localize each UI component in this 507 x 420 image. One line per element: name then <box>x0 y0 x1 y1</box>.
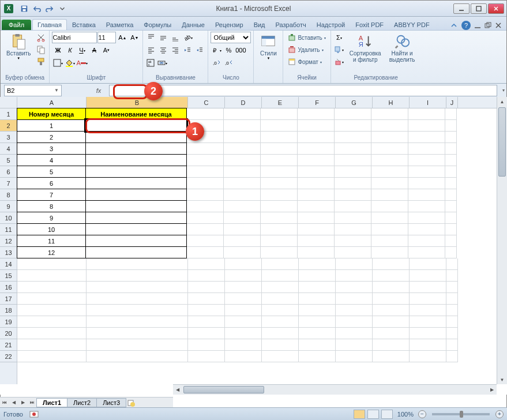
cell-E1[interactable] <box>261 108 298 120</box>
col-header-B[interactable]: B <box>87 97 188 108</box>
col-header-C[interactable]: C <box>188 97 225 108</box>
expand-formula-bar-icon[interactable]: ▾ <box>502 88 505 93</box>
cell-G19[interactable] <box>336 316 373 328</box>
sheet-tab-Лист1[interactable]: Лист1 <box>36 398 67 407</box>
scroll-right-icon[interactable]: ▶ <box>487 385 497 395</box>
cell-F15[interactable] <box>299 270 336 282</box>
cell-J3[interactable] <box>445 132 457 143</box>
row-header-14[interactable]: 14 <box>0 258 17 270</box>
increase-decimal-button[interactable]: ,0 <box>211 57 222 69</box>
sheet-next-icon[interactable]: ▶ <box>18 398 28 407</box>
cell-D2[interactable] <box>224 120 261 132</box>
mdi-minimize-icon[interactable] <box>474 22 481 29</box>
cell-D12[interactable] <box>224 235 261 247</box>
paste-button[interactable]: Вставить ▼ <box>3 32 34 61</box>
fill-color-button[interactable]: ▾ <box>64 57 76 69</box>
cell-E7[interactable] <box>261 178 298 189</box>
cell-D18[interactable] <box>225 305 262 316</box>
cell-A3[interactable]: 2 <box>17 131 86 143</box>
qat-customize-button[interactable] <box>57 3 67 14</box>
cell-D6[interactable] <box>224 166 261 178</box>
zoom-in-button[interactable]: + <box>495 410 504 418</box>
cell-J5[interactable] <box>445 155 457 166</box>
row-header-15[interactable]: 15 <box>0 270 17 282</box>
horizontal-scrollbar[interactable]: ◀ ▶ <box>173 384 497 395</box>
cell-G20[interactable] <box>336 328 373 339</box>
cell-H6[interactable] <box>371 166 408 178</box>
cell-D7[interactable] <box>224 178 261 189</box>
cell-J8[interactable] <box>445 189 457 201</box>
underline-button[interactable]: Ч▾ <box>76 44 88 56</box>
cell-H22[interactable] <box>373 351 410 362</box>
cell-B5[interactable] <box>85 154 187 166</box>
cell-B9[interactable] <box>85 200 187 212</box>
cell-I20[interactable] <box>410 328 446 339</box>
cell-F4[interactable] <box>298 143 335 155</box>
cell-B10[interactable] <box>85 212 187 224</box>
cell-F7[interactable] <box>298 178 335 189</box>
cell-C14[interactable] <box>188 258 225 270</box>
scroll-left-icon[interactable]: ◀ <box>173 385 182 395</box>
cell-D8[interactable] <box>224 189 261 201</box>
cell-E5[interactable] <box>261 155 298 166</box>
cell-I18[interactable] <box>410 305 446 316</box>
cell-C16[interactable] <box>188 282 225 293</box>
cell-B20[interactable] <box>87 328 188 339</box>
cell-F11[interactable] <box>298 224 335 235</box>
cell-A19[interactable] <box>17 316 87 328</box>
cell-G13[interactable] <box>335 247 371 258</box>
cell-J10[interactable] <box>445 212 457 224</box>
cell-G22[interactable] <box>336 351 373 362</box>
cell-C20[interactable] <box>188 328 225 339</box>
row-header-22[interactable]: 22 <box>0 351 17 362</box>
cell-E4[interactable] <box>261 143 298 155</box>
align-left-button[interactable] <box>145 44 157 56</box>
cell-J22[interactable] <box>446 351 458 362</box>
row-header-18[interactable]: 18 <box>0 305 17 316</box>
tab-foxit pdf[interactable]: Foxit PDF <box>350 19 389 30</box>
cell-I10[interactable] <box>408 212 445 224</box>
format-painter-button[interactable] <box>35 56 47 68</box>
indent-increase-button[interactable] <box>194 44 205 56</box>
cell-F9[interactable] <box>298 201 335 212</box>
col-header-E[interactable]: E <box>262 97 299 108</box>
cell-C12[interactable] <box>187 235 224 247</box>
cell-J6[interactable] <box>445 166 457 178</box>
tab-разработч[interactable]: Разработч <box>271 19 311 30</box>
cell-D13[interactable] <box>224 247 261 258</box>
cell-E18[interactable] <box>262 305 299 316</box>
cell-I9[interactable] <box>408 201 445 212</box>
cell-E11[interactable] <box>261 224 298 235</box>
cut-button[interactable] <box>35 32 47 43</box>
cell-F19[interactable] <box>299 316 336 328</box>
wrap-text-button[interactable]: abc <box>145 57 156 69</box>
tab-разметка[interactable]: Разметка <box>101 19 139 30</box>
cell-H8[interactable] <box>371 189 408 201</box>
row-header-16[interactable]: 16 <box>0 282 17 293</box>
cell-E20[interactable] <box>262 328 299 339</box>
cell-H1[interactable] <box>371 108 408 120</box>
zoom-level[interactable]: 100% <box>397 411 414 418</box>
cell-J20[interactable] <box>446 328 458 339</box>
cell-C10[interactable] <box>187 212 224 224</box>
cell-F20[interactable] <box>299 328 336 339</box>
cell-H13[interactable] <box>371 247 408 258</box>
cell-G16[interactable] <box>336 282 373 293</box>
chevron-down-icon[interactable]: ▼ <box>54 88 59 93</box>
row-header-17[interactable]: 17 <box>0 293 17 305</box>
cell-I19[interactable] <box>410 316 446 328</box>
col-header-G[interactable]: G <box>336 97 373 108</box>
align-top-button[interactable] <box>145 32 157 43</box>
cell-A1[interactable]: Номер месяца <box>17 108 86 120</box>
cell-D17[interactable] <box>225 293 262 305</box>
cell-F3[interactable] <box>298 132 335 143</box>
undo-button[interactable] <box>32 3 42 14</box>
row-header-8[interactable]: 8 <box>0 189 17 201</box>
cell-A14[interactable] <box>17 258 87 270</box>
cell-J7[interactable] <box>445 178 457 189</box>
cell-I15[interactable] <box>410 270 446 282</box>
cell-A2[interactable]: 1 <box>17 119 86 132</box>
cell-F8[interactable] <box>298 189 335 201</box>
cell-E6[interactable] <box>261 166 298 178</box>
cell-D22[interactable] <box>225 351 262 362</box>
